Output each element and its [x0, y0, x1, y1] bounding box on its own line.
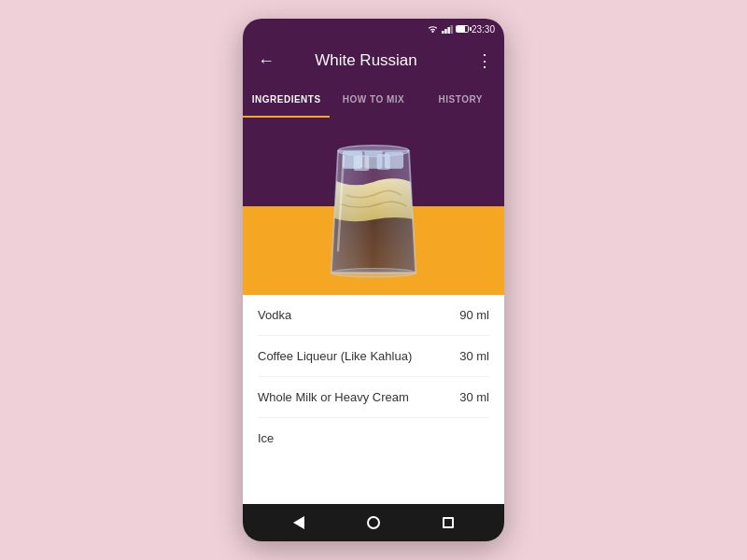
ingredient-name: Coffee Liqueur (Like Kahlua)	[258, 349, 412, 363]
ingredient-row: Coffee Liqueur (Like Kahlua) 30 ml	[258, 336, 489, 377]
page-title: White Russian	[288, 51, 444, 70]
tab-history[interactable]: HISTORY	[417, 82, 504, 118]
ingredient-row: Whole Milk or Heavy Cream 30 ml	[258, 377, 489, 418]
tab-how-to-mix[interactable]: HOW TO MIX	[330, 82, 416, 118]
nav-bar	[243, 504, 504, 541]
svg-point-0	[431, 31, 433, 33]
nav-recent-icon	[443, 517, 454, 528]
nav-home-button[interactable]	[359, 509, 388, 537]
wifi-icon	[427, 24, 439, 34]
ingredient-amount: 30 ml	[459, 390, 489, 404]
phone-frame: 23:30 ← White Russian ⋮ INGREDIENTS HOW …	[243, 19, 504, 541]
status-bar: 23:30	[243, 19, 504, 39]
nav-back-button[interactable]	[285, 509, 313, 537]
nav-home-icon	[367, 516, 380, 529]
ingredient-name: Ice	[258, 431, 274, 445]
nav-recent-button[interactable]	[434, 509, 462, 537]
svg-point-11	[338, 146, 409, 157]
cocktail-glass-image	[243, 118, 504, 295]
ingredient-amount: 90 ml	[459, 308, 489, 322]
ingredient-row: Ice	[258, 418, 489, 458]
svg-rect-4	[450, 25, 453, 34]
svg-rect-2	[444, 29, 447, 34]
ingredient-name: Vodka	[258, 308, 291, 322]
svg-rect-1	[442, 31, 444, 34]
nav-back-icon	[293, 516, 304, 529]
ingredients-list: Vodka 90 ml Coffee Liqueur (Like Kahlua)…	[243, 295, 504, 504]
svg-point-12	[331, 269, 416, 278]
more-options-button[interactable]: ⋮	[476, 52, 493, 69]
ingredient-amount: 30 ml	[459, 349, 489, 363]
status-time: 23:30	[472, 24, 495, 35]
ingredient-name: Whole Milk or Heavy Cream	[258, 390, 409, 404]
cocktail-image-area	[243, 118, 504, 295]
status-icons: 23:30	[427, 24, 495, 35]
battery-icon	[456, 25, 469, 33]
ingredient-row: Vodka 90 ml	[258, 295, 489, 336]
svg-rect-3	[447, 27, 450, 34]
back-button[interactable]: ←	[254, 48, 278, 75]
signal-icon	[442, 24, 453, 34]
tab-ingredients[interactable]: INGREDIENTS	[243, 82, 330, 118]
app-bar: ← White Russian ⋮	[243, 39, 504, 82]
tab-bar: INGREDIENTS HOW TO MIX HISTORY	[243, 82, 504, 118]
